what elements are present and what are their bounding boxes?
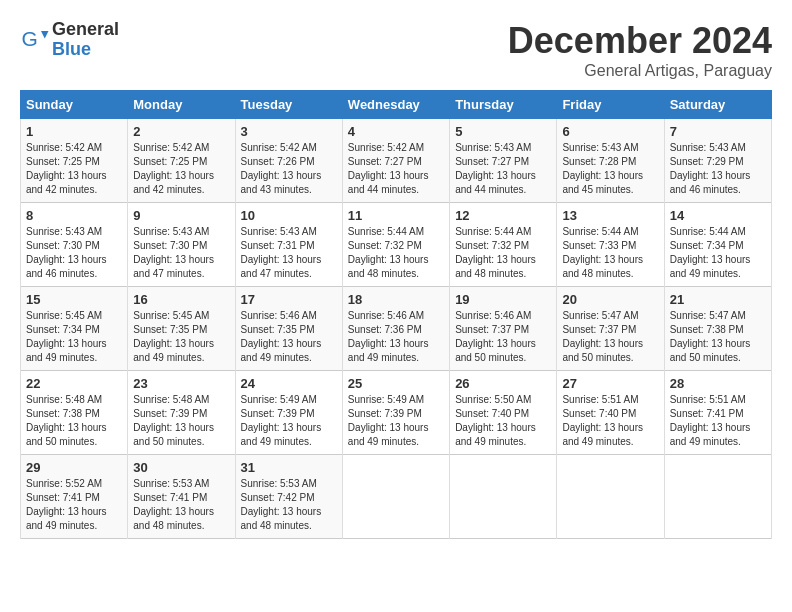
day-number: 10 (241, 208, 337, 223)
day-number: 11 (348, 208, 444, 223)
daylight-label: Daylight: 13 hours (241, 338, 322, 349)
sunrise-label: Sunrise: 5:43 AM (26, 226, 102, 237)
location-title: General Artigas, Paraguay (508, 62, 772, 80)
sunset-label: Sunset: 7:29 PM (670, 156, 744, 167)
calendar-cell: 11 Sunrise: 5:44 AM Sunset: 7:32 PM Dayl… (342, 203, 449, 287)
day-info: Sunrise: 5:43 AM Sunset: 7:31 PM Dayligh… (241, 225, 337, 281)
day-info: Sunrise: 5:42 AM Sunset: 7:25 PM Dayligh… (133, 141, 229, 197)
column-header-wednesday: Wednesday (342, 91, 449, 119)
sunrise-label: Sunrise: 5:45 AM (133, 310, 209, 321)
daylight-label: Daylight: 13 hours (348, 170, 429, 181)
day-info: Sunrise: 5:42 AM Sunset: 7:27 PM Dayligh… (348, 141, 444, 197)
day-number: 19 (455, 292, 551, 307)
calendar-cell: 18 Sunrise: 5:46 AM Sunset: 7:36 PM Dayl… (342, 287, 449, 371)
daylight-minutes: and 46 minutes. (670, 184, 741, 195)
daylight-minutes: and 48 minutes. (348, 268, 419, 279)
daylight-label: Daylight: 13 hours (562, 338, 643, 349)
daylight-minutes: and 49 minutes. (241, 436, 312, 447)
daylight-label: Daylight: 13 hours (26, 506, 107, 517)
day-info: Sunrise: 5:49 AM Sunset: 7:39 PM Dayligh… (348, 393, 444, 449)
calendar-cell: 6 Sunrise: 5:43 AM Sunset: 7:28 PM Dayli… (557, 119, 664, 203)
calendar-cell: 15 Sunrise: 5:45 AM Sunset: 7:34 PM Dayl… (21, 287, 128, 371)
day-info: Sunrise: 5:43 AM Sunset: 7:29 PM Dayligh… (670, 141, 766, 197)
logo-blue-text: Blue (52, 40, 119, 60)
sunset-label: Sunset: 7:25 PM (26, 156, 100, 167)
daylight-label: Daylight: 13 hours (455, 422, 536, 433)
sunset-label: Sunset: 7:32 PM (455, 240, 529, 251)
sunset-label: Sunset: 7:34 PM (26, 324, 100, 335)
day-number: 26 (455, 376, 551, 391)
logo-icon: G (20, 25, 50, 55)
sunset-label: Sunset: 7:42 PM (241, 492, 315, 503)
day-info: Sunrise: 5:49 AM Sunset: 7:39 PM Dayligh… (241, 393, 337, 449)
day-number: 4 (348, 124, 444, 139)
day-number: 30 (133, 460, 229, 475)
daylight-label: Daylight: 13 hours (133, 170, 214, 181)
svg-text:G: G (22, 27, 38, 50)
daylight-minutes: and 49 minutes. (455, 436, 526, 447)
daylight-label: Daylight: 13 hours (562, 170, 643, 181)
day-info: Sunrise: 5:46 AM Sunset: 7:37 PM Dayligh… (455, 309, 551, 365)
daylight-label: Daylight: 13 hours (133, 422, 214, 433)
sunset-label: Sunset: 7:30 PM (133, 240, 207, 251)
daylight-label: Daylight: 13 hours (348, 338, 429, 349)
sunrise-label: Sunrise: 5:42 AM (348, 142, 424, 153)
sunset-label: Sunset: 7:40 PM (455, 408, 529, 419)
sunrise-label: Sunrise: 5:51 AM (562, 394, 638, 405)
sunset-label: Sunset: 7:27 PM (455, 156, 529, 167)
sunset-label: Sunset: 7:31 PM (241, 240, 315, 251)
daylight-minutes: and 50 minutes. (133, 436, 204, 447)
daylight-label: Daylight: 13 hours (670, 338, 751, 349)
day-number: 6 (562, 124, 658, 139)
calendar-cell: 31 Sunrise: 5:53 AM Sunset: 7:42 PM Dayl… (235, 455, 342, 539)
column-header-thursday: Thursday (450, 91, 557, 119)
sunrise-label: Sunrise: 5:45 AM (26, 310, 102, 321)
sunrise-label: Sunrise: 5:43 AM (133, 226, 209, 237)
day-info: Sunrise: 5:43 AM Sunset: 7:30 PM Dayligh… (133, 225, 229, 281)
calendar-cell: 19 Sunrise: 5:46 AM Sunset: 7:37 PM Dayl… (450, 287, 557, 371)
sunrise-label: Sunrise: 5:43 AM (670, 142, 746, 153)
day-number: 21 (670, 292, 766, 307)
daylight-label: Daylight: 13 hours (26, 254, 107, 265)
daylight-label: Daylight: 13 hours (133, 338, 214, 349)
day-number: 29 (26, 460, 122, 475)
sunrise-label: Sunrise: 5:46 AM (241, 310, 317, 321)
daylight-minutes: and 49 minutes. (348, 352, 419, 363)
day-info: Sunrise: 5:53 AM Sunset: 7:41 PM Dayligh… (133, 477, 229, 533)
daylight-minutes: and 48 minutes. (455, 268, 526, 279)
calendar-cell: 23 Sunrise: 5:48 AM Sunset: 7:39 PM Dayl… (128, 371, 235, 455)
day-info: Sunrise: 5:44 AM Sunset: 7:32 PM Dayligh… (348, 225, 444, 281)
day-number: 1 (26, 124, 122, 139)
day-number: 23 (133, 376, 229, 391)
calendar-cell: 2 Sunrise: 5:42 AM Sunset: 7:25 PM Dayli… (128, 119, 235, 203)
sunset-label: Sunset: 7:38 PM (26, 408, 100, 419)
daylight-label: Daylight: 13 hours (241, 422, 322, 433)
day-info: Sunrise: 5:42 AM Sunset: 7:25 PM Dayligh… (26, 141, 122, 197)
column-header-tuesday: Tuesday (235, 91, 342, 119)
daylight-minutes: and 44 minutes. (455, 184, 526, 195)
daylight-label: Daylight: 13 hours (562, 422, 643, 433)
sunset-label: Sunset: 7:41 PM (133, 492, 207, 503)
calendar-cell: 27 Sunrise: 5:51 AM Sunset: 7:40 PM Dayl… (557, 371, 664, 455)
sunset-label: Sunset: 7:30 PM (26, 240, 100, 251)
daylight-label: Daylight: 13 hours (241, 254, 322, 265)
calendar-cell: 28 Sunrise: 5:51 AM Sunset: 7:41 PM Dayl… (664, 371, 771, 455)
calendar-cell: 29 Sunrise: 5:52 AM Sunset: 7:41 PM Dayl… (21, 455, 128, 539)
day-info: Sunrise: 5:43 AM Sunset: 7:27 PM Dayligh… (455, 141, 551, 197)
day-number: 14 (670, 208, 766, 223)
sunrise-label: Sunrise: 5:49 AM (348, 394, 424, 405)
daylight-label: Daylight: 13 hours (670, 254, 751, 265)
daylight-minutes: and 49 minutes. (241, 352, 312, 363)
day-info: Sunrise: 5:45 AM Sunset: 7:35 PM Dayligh… (133, 309, 229, 365)
daylight-minutes: and 50 minutes. (670, 352, 741, 363)
calendar-cell: 8 Sunrise: 5:43 AM Sunset: 7:30 PM Dayli… (21, 203, 128, 287)
daylight-minutes: and 50 minutes. (562, 352, 633, 363)
sunset-label: Sunset: 7:41 PM (670, 408, 744, 419)
day-info: Sunrise: 5:44 AM Sunset: 7:34 PM Dayligh… (670, 225, 766, 281)
calendar-cell: 16 Sunrise: 5:45 AM Sunset: 7:35 PM Dayl… (128, 287, 235, 371)
daylight-minutes: and 49 minutes. (26, 352, 97, 363)
daylight-minutes: and 50 minutes. (26, 436, 97, 447)
sunset-label: Sunset: 7:39 PM (348, 408, 422, 419)
daylight-minutes: and 49 minutes. (26, 520, 97, 531)
day-info: Sunrise: 5:46 AM Sunset: 7:35 PM Dayligh… (241, 309, 337, 365)
